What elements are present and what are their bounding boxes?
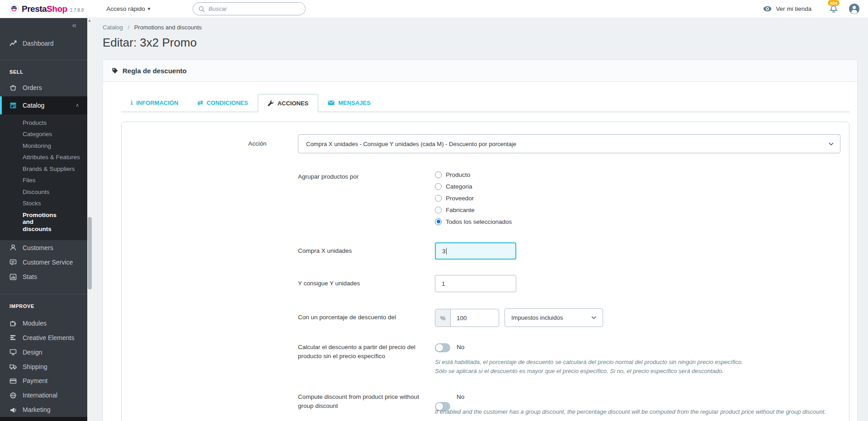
brand-word-presta: Presta <box>22 4 47 14</box>
radio-option-todos-los-seleccionados[interactable]: Todos los seleccionados <box>435 216 512 227</box>
sidebar-item-label: Orders <box>23 84 42 91</box>
tab-informacion[interactable]: i INFORMACIÓN <box>121 94 188 112</box>
info-icon: i <box>131 99 132 107</box>
sidebar-item-label: Payment <box>23 377 47 384</box>
percent-prefix: % <box>435 309 451 326</box>
stats-icon <box>9 274 17 280</box>
buy-x-value: 3 <box>442 248 446 255</box>
view-shop-button[interactable]: Ver mi tienda <box>763 5 811 12</box>
radio-option-proveedor[interactable]: Proveedor <box>435 192 512 204</box>
radio-option-fabricante[interactable]: Fabricante <box>435 204 512 216</box>
radio-icon[interactable] <box>435 207 442 213</box>
percent-label: Con un porcentaje de descuento del <box>298 314 396 321</box>
sidebar: « Dashboard SELL Orders <box>0 18 87 421</box>
sidebar-item-attributes-features[interactable]: Attributes & Features <box>0 151 87 163</box>
buy-x-input[interactable]: 3 <box>435 242 516 260</box>
sidebar-item-stats[interactable]: Stats <box>0 270 87 284</box>
percent-input-group[interactable]: % 100 <box>435 309 499 327</box>
sidebar-section-improve: IMPROVE <box>0 294 87 313</box>
sidebar-item-stocks[interactable]: Stocks <box>0 198 87 209</box>
sidebar-item-brands-suppliers[interactable]: Brands & Suppliers <box>0 163 87 175</box>
search-input[interactable] <box>208 5 290 12</box>
quick-access-label: Acceso rápido <box>106 5 145 12</box>
tab-acciones[interactable]: ACCIONES <box>258 94 319 112</box>
percent-input[interactable]: 100 <box>451 309 499 326</box>
sidebar-item-label: Modules <box>23 320 47 327</box>
sidebar-item-monitoring[interactable]: Monitoring <box>0 140 87 152</box>
sidebar-item-dashboard[interactable]: Dashboard <box>0 34 87 52</box>
sidebar-item-label: Marketing <box>23 406 50 413</box>
action-select-value: Compra X unidades - Consigue Y unidades … <box>298 141 516 147</box>
tab-label: ACCIONES <box>278 100 309 107</box>
radio-icon[interactable] <box>435 171 442 178</box>
tax-select[interactable]: Impuestos incluidos <box>505 308 603 327</box>
sidebar-item-products[interactable]: Products <box>0 117 87 129</box>
sidebar-item-label: Customers <box>23 244 53 251</box>
sidebar-item-international[interactable]: International <box>0 388 87 402</box>
card-header: Regla de descuento <box>103 60 857 82</box>
sidebar-item-payment[interactable]: Payment <box>0 374 87 388</box>
profile-menu-button[interactable] <box>849 3 860 14</box>
radio-label: Categoria <box>446 183 472 190</box>
sidebar-item-files[interactable]: Files <box>0 175 87 186</box>
sidebar-item-label: Creative Elements <box>23 334 74 341</box>
sidebar-item-creative-elements[interactable]: Creative Elements <box>0 331 87 345</box>
action-select[interactable]: Compra X unidades - Consigue Y unidades … <box>298 134 840 153</box>
breadcrumb-catalog-link[interactable]: Catalog <box>103 24 123 31</box>
radio-label: Todos los seleccionados <box>446 218 512 225</box>
specific-price-toggle[interactable] <box>435 343 450 352</box>
radio-selected-icon[interactable] <box>435 218 442 225</box>
envelope-icon <box>328 100 335 105</box>
truck-icon <box>9 363 17 370</box>
tag-icon <box>112 67 118 74</box>
tab-mensajes[interactable]: MENSAJES <box>318 94 380 112</box>
prestashop-admin: PrestaShop 1.7.8.9 Acceso rápido ▾ <box>0 0 868 421</box>
chevron-up-icon: ∧ <box>75 102 79 108</box>
sidebar-bottom-strip <box>0 417 87 421</box>
radio-icon[interactable] <box>435 195 442 202</box>
sidebar-item-customers[interactable]: Customers <box>0 240 87 255</box>
sidebar-item-catalog[interactable]: Catalog ∧ <box>0 96 87 114</box>
sidebar-item-label: Dashboard <box>23 40 54 47</box>
view-shop-label: Ver mi tienda <box>776 5 811 12</box>
tab-bar: i INFORMACIÓN ⇄ CONDICIONES ACCIONE <box>121 94 849 112</box>
search-icon <box>198 6 205 12</box>
monitor-icon <box>9 349 17 355</box>
bell-icon <box>830 5 838 13</box>
group-by-radio-group: Producto Categoria Proveedor Fabric <box>435 169 512 227</box>
radio-icon[interactable] <box>435 183 442 190</box>
get-y-input[interactable]: 1 <box>435 275 516 292</box>
toggle-knob <box>436 344 443 351</box>
tab-condiciones[interactable]: ⇄ CONDICIONES <box>188 94 257 112</box>
sidebar-collapse-button[interactable]: « <box>0 18 87 30</box>
brand-word-shop: Shop <box>47 4 67 14</box>
sidebar-item-customer-service[interactable]: Customer Service <box>0 255 87 270</box>
help-line-2: Sólo se aplicará si el descuento es mayo… <box>435 367 868 376</box>
get-y-value: 1 <box>442 280 445 287</box>
sidebar-scrollbar[interactable] <box>87 18 92 421</box>
credit-card-icon <box>9 378 17 384</box>
sidebar-scrollbar-thumb[interactable] <box>88 217 92 289</box>
sidebar-item-label: Shipping <box>23 363 47 370</box>
caret-down-icon: ▾ <box>148 6 151 12</box>
sidebar-item-design[interactable]: Design <box>0 345 87 360</box>
sidebar-item-shipping[interactable]: Shipping <box>0 360 87 374</box>
radio-option-categoria[interactable]: Categoria <box>435 180 512 192</box>
quick-access-menu[interactable]: Acceso rápido ▾ <box>106 5 150 12</box>
group-discount-toggle-state: No <box>457 393 464 400</box>
radio-option-producto[interactable]: Producto <box>435 169 512 180</box>
sidebar-item-marketing[interactable]: Marketing <box>0 402 87 417</box>
buy-x-label: Compra X unidades <box>298 247 352 254</box>
acciones-tab-pane: Acción Compra X unidades - Consigue Y un… <box>121 122 849 421</box>
sidebar-item-modules[interactable]: Modules <box>0 316 87 331</box>
sidebar-item-orders[interactable]: Orders <box>0 79 87 96</box>
sidebar-item-promotions-discounts[interactable]: Promotions and discounts <box>0 209 68 235</box>
discount-rule-card: Regla de descuento i INFORMACIÓN ⇄ CONDI… <box>103 60 858 421</box>
group-discount-toggle-label: Compute discount from product price with… <box>298 393 434 411</box>
scrollbar-up-arrow-icon[interactable] <box>88 19 91 22</box>
chat-icon <box>9 259 17 266</box>
notifications-button[interactable]: 424 <box>830 5 838 13</box>
sidebar-item-discounts[interactable]: Discounts <box>0 186 87 198</box>
sidebar-item-categories[interactable]: Categories <box>0 128 87 140</box>
search-box[interactable] <box>193 2 306 15</box>
